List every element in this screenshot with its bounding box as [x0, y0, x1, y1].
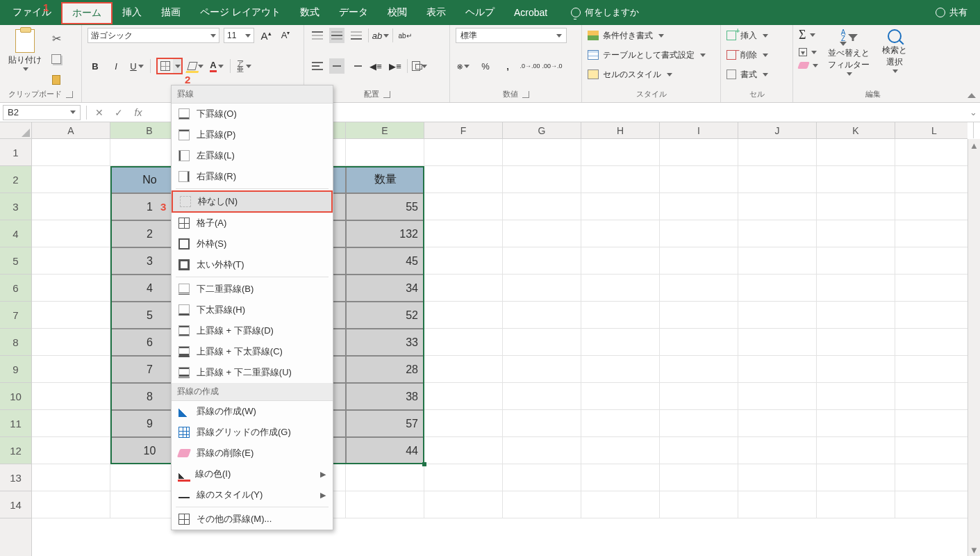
fill-button[interactable]	[799, 48, 818, 56]
insert-cells-button[interactable]: 挿入	[726, 28, 787, 43]
cell-E5[interactable]: 45	[346, 247, 424, 275]
row-header-5[interactable]: 5	[0, 247, 31, 275]
menu-draw-border[interactable]: 罫線の作成(W)	[172, 401, 333, 422]
menu-top-border[interactable]: 上罫線(P)	[172, 124, 333, 145]
cell-E8[interactable]: 33	[346, 329, 424, 356]
delete-cells-button[interactable]: 削除	[726, 47, 787, 63]
tab-file[interactable]: ファイル	[3, 0, 61, 25]
menu-all-borders[interactable]: 格子(A)	[172, 213, 333, 234]
decrease-indent-button[interactable]: ◀≡	[368, 58, 383, 74]
shrink-font-button[interactable]: A▾	[278, 28, 293, 43]
row-header-9[interactable]: 9	[0, 356, 31, 383]
collapse-ribbon-button[interactable]	[967, 93, 976, 98]
menu-left-border[interactable]: 左罫線(L)	[172, 145, 333, 166]
col-header-A[interactable]: A	[32, 122, 110, 138]
cell-styles-button[interactable]: セルのスタイル	[588, 67, 715, 82]
format-cells-button[interactable]: 書式	[726, 67, 787, 82]
orientation-button[interactable]: ab	[373, 28, 388, 43]
align-left-button[interactable]	[310, 58, 325, 74]
underline-button[interactable]: U	[129, 58, 144, 74]
increase-indent-button[interactable]: ▶≡	[388, 58, 403, 74]
cell-E7[interactable]: 52	[346, 302, 424, 329]
phonetic-button[interactable]: ア亜	[236, 58, 251, 74]
scroll-track[interactable]	[968, 152, 980, 543]
borders-dropdown-button[interactable]	[173, 59, 181, 73]
align-right-button[interactable]	[349, 58, 364, 74]
menu-bottom-border[interactable]: 下罫線(O)	[172, 104, 333, 124]
tab-acrobat[interactable]: Acrobat	[504, 0, 557, 25]
expand-formula-bar-button[interactable]: ⌄	[970, 107, 977, 117]
decrease-decimal-button[interactable]: .00→.0	[545, 58, 560, 74]
increase-decimal-button[interactable]: .0→.00	[522, 58, 538, 74]
number-format-select[interactable]: 標準	[456, 28, 567, 43]
dialog-launcher-icon[interactable]	[66, 91, 73, 98]
row-header-7[interactable]: 7	[0, 302, 31, 329]
row-header-4[interactable]: 4	[0, 220, 31, 247]
bold-button[interactable]: B	[88, 58, 103, 74]
font-color-button[interactable]: A	[209, 58, 224, 74]
name-box[interactable]: B2	[3, 105, 81, 120]
tab-view[interactable]: 表示	[417, 0, 456, 25]
menu-top-thick-bottom[interactable]: 上罫線 + 下太罫線(C)	[172, 341, 333, 362]
menu-top-bottom[interactable]: 上罫線 + 下罫線(D)	[172, 320, 333, 341]
menu-draw-grid[interactable]: 罫線グリッドの作成(G)	[172, 422, 333, 443]
row-header-6[interactable]: 6	[0, 275, 31, 302]
cell-E4[interactable]: 132	[346, 220, 424, 247]
cell-E10[interactable]: 38	[346, 383, 424, 410]
cut-button[interactable]: ✂	[49, 31, 64, 46]
col-header-K[interactable]: K	[817, 122, 895, 138]
menu-right-border[interactable]: 右罫線(R)	[172, 166, 333, 187]
wrap-text-button[interactable]: ab↵	[397, 28, 413, 43]
align-bottom-button[interactable]	[349, 28, 364, 43]
row-header-1[interactable]: 1	[0, 139, 31, 166]
grow-font-button[interactable]: A▴	[258, 28, 274, 43]
menu-thick-bottom[interactable]: 下太罫線(H)	[172, 300, 333, 320]
col-header-J[interactable]: J	[738, 122, 817, 138]
comma-button[interactable]: ,	[500, 58, 515, 74]
conditional-formatting-button[interactable]: 条件付き書式	[588, 28, 715, 43]
row-header-14[interactable]: 14	[0, 491, 31, 518]
row-header-8[interactable]: 8	[0, 329, 31, 356]
vertical-scrollbar[interactable]: ▲ ▼	[967, 139, 980, 556]
italic-button[interactable]: I	[108, 58, 124, 74]
menu-thick-outside[interactable]: 太い外枠(T)	[172, 254, 333, 275]
row-header-3[interactable]: 3	[0, 193, 31, 220]
accounting-button[interactable]: ⎈	[456, 58, 471, 74]
tab-insert[interactable]: 挿入	[113, 0, 151, 25]
percent-button[interactable]: %	[478, 58, 493, 74]
font-name-select[interactable]: 游ゴシック	[88, 28, 219, 43]
sort-filter-button[interactable]: AZ 並べ替えと フィルター	[825, 28, 872, 77]
autosum-button[interactable]: Σ	[799, 28, 818, 42]
clear-button[interactable]	[799, 62, 818, 69]
enter-formula-button[interactable]: ✓	[112, 106, 126, 120]
merge-button[interactable]	[412, 58, 427, 74]
row-header-11[interactable]: 11	[0, 410, 31, 437]
format-painter-button[interactable]	[49, 72, 64, 88]
row-header-10[interactable]: 10	[0, 383, 31, 410]
borders-button[interactable]	[158, 59, 173, 73]
menu-no-border[interactable]: 枠なし(N)	[172, 190, 333, 213]
tab-help[interactable]: ヘルプ	[456, 0, 504, 25]
select-all-corner[interactable]	[0, 122, 32, 139]
col-header-G[interactable]: G	[503, 122, 581, 138]
insert-function-button[interactable]: fx	[131, 106, 145, 120]
tab-data[interactable]: データ	[329, 0, 378, 25]
tell-me[interactable]: 何をしますか	[571, 6, 639, 19]
menu-top-double-bottom[interactable]: 上罫線 + 下二重罫線(U)	[172, 362, 333, 383]
tab-draw[interactable]: 描画	[151, 0, 190, 25]
align-top-button[interactable]	[310, 28, 325, 43]
menu-double-bottom[interactable]: 下二重罫線(B)	[172, 279, 333, 300]
col-header-E[interactable]: E	[346, 122, 424, 138]
paste-button[interactable]: 貼り付け	[6, 28, 44, 72]
font-size-select[interactable]: 11	[224, 28, 254, 43]
cancel-formula-button[interactable]: ✕	[92, 106, 106, 120]
cell-E2[interactable]: 数量	[346, 166, 424, 193]
align-middle-button[interactable]	[329, 28, 344, 43]
menu-line-color[interactable]: 線の色(I)▶	[172, 464, 333, 484]
row-header-12[interactable]: 12	[0, 437, 31, 464]
dialog-launcher-icon[interactable]	[383, 91, 390, 98]
cell-E12[interactable]: 44	[346, 437, 424, 464]
share-button[interactable]: 共有	[936, 6, 977, 19]
find-select-button[interactable]: 検索と 選択	[879, 28, 910, 74]
tab-formulas[interactable]: 数式	[290, 0, 329, 25]
